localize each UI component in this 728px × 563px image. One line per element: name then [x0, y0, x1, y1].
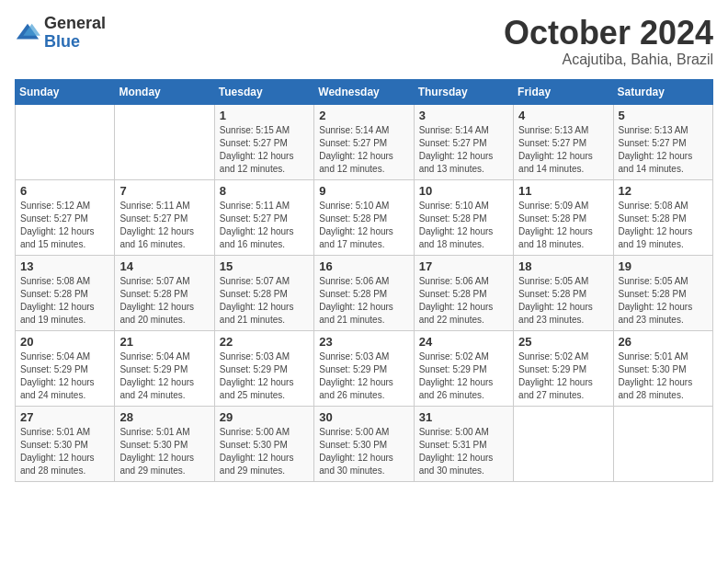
day-info: Sunrise: 5:13 AMSunset: 5:27 PMDaylight:…: [619, 124, 708, 176]
calendar-cell: 20Sunrise: 5:04 AMSunset: 5:29 PMDayligh…: [16, 330, 115, 406]
calendar-cell: 23Sunrise: 5:03 AMSunset: 5:29 PMDayligh…: [314, 330, 414, 406]
day-info: Sunrise: 5:14 AMSunset: 5:27 PMDaylight:…: [319, 124, 408, 176]
calendar-cell: 17Sunrise: 5:06 AMSunset: 5:28 PMDayligh…: [414, 255, 513, 330]
day-info: Sunrise: 5:11 AMSunset: 5:27 PMDaylight:…: [220, 200, 309, 251]
day-info: Sunrise: 5:09 AMSunset: 5:28 PMDaylight:…: [518, 200, 608, 251]
calendar-cell: 21Sunrise: 5:04 AMSunset: 5:29 PMDayligh…: [115, 330, 214, 406]
calendar-cell: 30Sunrise: 5:00 AMSunset: 5:30 PMDayligh…: [314, 406, 414, 481]
day-info: Sunrise: 5:10 AMSunset: 5:28 PMDaylight:…: [419, 200, 508, 251]
day-info: Sunrise: 5:06 AMSunset: 5:28 PMDaylight:…: [419, 275, 508, 327]
calendar-cell: 3Sunrise: 5:14 AMSunset: 5:27 PMDaylight…: [414, 104, 513, 179]
day-info: Sunrise: 5:13 AMSunset: 5:27 PMDaylight:…: [518, 124, 608, 176]
logo: General Blue: [15, 15, 106, 52]
calendar-cell: 16Sunrise: 5:06 AMSunset: 5:28 PMDayligh…: [314, 255, 414, 330]
day-number: 16: [319, 259, 408, 273]
calendar-cell: 14Sunrise: 5:07 AMSunset: 5:28 PMDayligh…: [115, 255, 214, 330]
calendar-cell: 29Sunrise: 5:00 AMSunset: 5:30 PMDayligh…: [214, 406, 313, 481]
day-info: Sunrise: 5:01 AMSunset: 5:30 PMDaylight:…: [20, 426, 109, 477]
day-number: 27: [20, 410, 109, 424]
day-info: Sunrise: 5:05 AMSunset: 5:28 PMDaylight:…: [518, 275, 608, 327]
calendar-cell: 1Sunrise: 5:15 AMSunset: 5:27 PMDaylight…: [214, 104, 313, 179]
day-number: 8: [220, 184, 309, 198]
calendar-week-row: 6Sunrise: 5:12 AMSunset: 5:27 PMDaylight…: [16, 179, 713, 255]
day-number: 31: [419, 410, 508, 424]
weekday-header: Wednesday: [314, 79, 414, 104]
day-number: 7: [119, 184, 209, 198]
day-info: Sunrise: 5:07 AMSunset: 5:28 PMDaylight:…: [220, 275, 309, 327]
calendar-cell: 13Sunrise: 5:08 AMSunset: 5:28 PMDayligh…: [16, 255, 115, 330]
calendar-cell: [16, 104, 115, 179]
calendar-week-row: 27Sunrise: 5:01 AMSunset: 5:30 PMDayligh…: [16, 406, 713, 481]
calendar-cell: 27Sunrise: 5:01 AMSunset: 5:30 PMDayligh…: [16, 406, 115, 481]
day-number: 9: [319, 184, 408, 198]
day-info: Sunrise: 5:05 AMSunset: 5:28 PMDaylight:…: [619, 275, 708, 327]
day-number: 12: [619, 184, 708, 198]
day-number: 2: [319, 109, 408, 122]
day-number: 17: [419, 259, 508, 273]
weekday-header: Sunday: [16, 79, 115, 104]
calendar-cell: 25Sunrise: 5:02 AMSunset: 5:29 PMDayligh…: [514, 330, 613, 406]
calendar-week-row: 13Sunrise: 5:08 AMSunset: 5:28 PMDayligh…: [16, 255, 713, 330]
calendar-cell: [514, 406, 613, 481]
day-info: Sunrise: 5:04 AMSunset: 5:29 PMDaylight:…: [20, 350, 109, 402]
calendar-cell: 5Sunrise: 5:13 AMSunset: 5:27 PMDaylight…: [613, 104, 712, 179]
page-header: General Blue October 2024 Acajutiba, Bah…: [15, 15, 713, 68]
day-number: 18: [518, 259, 608, 273]
calendar-subtitle: Acajutiba, Bahia, Brazil: [504, 52, 713, 68]
day-number: 15: [220, 259, 309, 273]
day-number: 3: [419, 109, 508, 122]
day-info: Sunrise: 5:03 AMSunset: 5:29 PMDaylight:…: [319, 350, 408, 402]
weekday-header: Tuesday: [214, 79, 313, 104]
day-number: 30: [319, 410, 408, 424]
day-number: 13: [20, 259, 109, 273]
day-info: Sunrise: 5:08 AMSunset: 5:28 PMDaylight:…: [20, 275, 109, 327]
day-number: 6: [20, 184, 109, 198]
weekday-header: Saturday: [613, 79, 712, 104]
calendar-cell: 9Sunrise: 5:10 AMSunset: 5:28 PMDaylight…: [314, 179, 414, 255]
weekday-header: Monday: [115, 79, 214, 104]
day-info: Sunrise: 5:01 AMSunset: 5:30 PMDaylight:…: [119, 426, 209, 477]
day-info: Sunrise: 5:07 AMSunset: 5:28 PMDaylight:…: [119, 275, 209, 327]
calendar-cell: 19Sunrise: 5:05 AMSunset: 5:28 PMDayligh…: [613, 255, 712, 330]
day-info: Sunrise: 5:06 AMSunset: 5:28 PMDaylight:…: [319, 275, 408, 327]
day-number: 14: [119, 259, 209, 273]
day-number: 22: [220, 335, 309, 349]
day-info: Sunrise: 5:10 AMSunset: 5:28 PMDaylight:…: [319, 200, 408, 251]
calendar-cell: 26Sunrise: 5:01 AMSunset: 5:30 PMDayligh…: [613, 330, 712, 406]
day-info: Sunrise: 5:04 AMSunset: 5:29 PMDaylight:…: [119, 350, 209, 402]
day-number: 25: [518, 335, 608, 349]
calendar-cell: 24Sunrise: 5:02 AMSunset: 5:29 PMDayligh…: [414, 330, 513, 406]
calendar-cell: 18Sunrise: 5:05 AMSunset: 5:28 PMDayligh…: [514, 255, 613, 330]
logo-text: General Blue: [44, 15, 106, 52]
calendar-cell: 15Sunrise: 5:07 AMSunset: 5:28 PMDayligh…: [214, 255, 313, 330]
day-number: 11: [518, 184, 608, 198]
day-info: Sunrise: 5:08 AMSunset: 5:28 PMDaylight:…: [619, 200, 708, 251]
calendar-cell: 2Sunrise: 5:14 AMSunset: 5:27 PMDaylight…: [314, 104, 414, 179]
day-number: 20: [20, 335, 109, 349]
day-number: 4: [518, 109, 608, 122]
day-number: 23: [319, 335, 408, 349]
day-info: Sunrise: 5:03 AMSunset: 5:29 PMDaylight:…: [220, 350, 309, 402]
calendar-cell: 22Sunrise: 5:03 AMSunset: 5:29 PMDayligh…: [214, 330, 313, 406]
calendar-week-row: 1Sunrise: 5:15 AMSunset: 5:27 PMDaylight…: [16, 104, 713, 179]
title-block: October 2024 Acajutiba, Bahia, Brazil: [504, 15, 713, 68]
weekday-header: Thursday: [414, 79, 513, 104]
day-info: Sunrise: 5:15 AMSunset: 5:27 PMDaylight:…: [220, 124, 309, 176]
logo-icon: [15, 20, 40, 46]
day-info: Sunrise: 5:00 AMSunset: 5:30 PMDaylight:…: [220, 426, 309, 477]
calendar-title: October 2024: [504, 15, 713, 52]
day-info: Sunrise: 5:00 AMSunset: 5:30 PMDaylight:…: [319, 426, 408, 477]
calendar-cell: 8Sunrise: 5:11 AMSunset: 5:27 PMDaylight…: [214, 179, 313, 255]
day-number: 29: [220, 410, 309, 424]
day-info: Sunrise: 5:01 AMSunset: 5:30 PMDaylight:…: [619, 350, 708, 402]
calendar-cell: 10Sunrise: 5:10 AMSunset: 5:28 PMDayligh…: [414, 179, 513, 255]
calendar-cell: [115, 104, 214, 179]
day-info: Sunrise: 5:02 AMSunset: 5:29 PMDaylight:…: [518, 350, 608, 402]
calendar-cell: 7Sunrise: 5:11 AMSunset: 5:27 PMDaylight…: [115, 179, 214, 255]
calendar-cell: [613, 406, 712, 481]
day-info: Sunrise: 5:11 AMSunset: 5:27 PMDaylight:…: [119, 200, 209, 251]
day-number: 1: [220, 109, 309, 122]
calendar-cell: 6Sunrise: 5:12 AMSunset: 5:27 PMDaylight…: [16, 179, 115, 255]
day-number: 19: [619, 259, 708, 273]
day-number: 5: [619, 109, 708, 122]
